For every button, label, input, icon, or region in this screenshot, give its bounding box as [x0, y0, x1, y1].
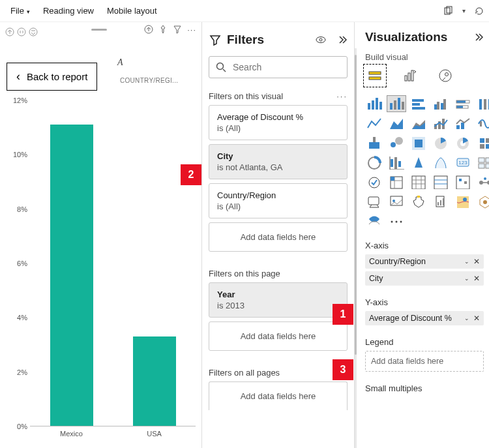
viz-type-donut[interactable] — [454, 135, 472, 151]
svg-rect-74 — [464, 181, 467, 184]
viz-title: Visualizations — [365, 30, 473, 44]
svg-rect-32 — [456, 100, 469, 103]
viz-type-slicer[interactable] — [365, 174, 383, 190]
viz-type-kpi[interactable] — [387, 155, 406, 170]
viz-type-azure-map[interactable] — [454, 194, 472, 209]
viz-type-r-visual[interactable] — [432, 174, 450, 190]
viz-type-decomposition[interactable] — [409, 194, 428, 209]
export-icon[interactable] — [144, 25, 153, 35]
viz-type-treemap[interactable] — [476, 135, 489, 151]
more-icon[interactable]: ··· — [187, 25, 196, 35]
viz-type-paginated[interactable] — [387, 194, 406, 209]
reading-view-menu[interactable]: Reading view — [37, 3, 100, 18]
viz-type-line-stacked[interactable] — [454, 115, 472, 131]
svg-point-77 — [484, 177, 486, 180]
collapse-right-icon[interactable] — [337, 35, 348, 45]
expand-icon[interactable] — [29, 27, 38, 37]
add-fields-drop[interactable]: Add data fields here — [209, 222, 348, 252]
svg-rect-64 — [486, 158, 489, 162]
viz-type-line[interactable] — [365, 115, 383, 131]
viz-type-scatter[interactable] — [387, 135, 406, 151]
viz-type-funnel[interactable] — [365, 135, 383, 151]
remove-field-icon[interactable]: ✕ — [473, 257, 480, 266]
viz-type-stacked-bar[interactable] — [365, 96, 383, 112]
viz-type-smart-narrative[interactable] — [432, 194, 450, 209]
bar[interactable] — [133, 336, 176, 426]
viz-type-filled-map[interactable] — [409, 135, 428, 151]
analytics-tab[interactable] — [436, 66, 455, 85]
viz-type-py-visual[interactable] — [454, 174, 472, 190]
viz-type-line-clustered[interactable] — [432, 115, 450, 131]
chevron-down-icon[interactable]: ⌄ — [464, 315, 469, 321]
viz-type-arcgis[interactable] — [409, 155, 428, 170]
remove-field-icon[interactable]: ✕ — [473, 314, 480, 323]
copy-icon[interactable] — [442, 5, 454, 17]
viz-type-power-automate[interactable] — [365, 213, 383, 229]
legend-drop[interactable]: Add data fields here — [365, 351, 484, 372]
drill-down-icon[interactable] — [17, 27, 26, 37]
svg-rect-27 — [434, 104, 437, 110]
viz-type-area[interactable] — [387, 115, 406, 131]
viz-type-matrix[interactable] — [387, 174, 406, 190]
svg-rect-43 — [480, 121, 482, 127]
viz-type-card[interactable]: 123 — [454, 155, 472, 170]
drill-up-icon[interactable] — [5, 27, 14, 37]
pin-icon[interactable] — [158, 25, 168, 35]
filter-icon[interactable] — [173, 25, 182, 35]
add-fields-drop[interactable]: Add data fields here — [209, 321, 348, 351]
viz-type-stacked-area[interactable] — [409, 115, 428, 131]
viz-type-waterfall[interactable] — [476, 115, 489, 131]
search-box[interactable] — [209, 56, 348, 78]
search-input[interactable] — [233, 62, 347, 72]
svg-rect-84 — [440, 200, 441, 205]
viz-type-clustered-column[interactable] — [387, 96, 406, 112]
filter-card[interactable]: City is not Atlanta, GA — [209, 144, 348, 179]
build-visual-tab[interactable] — [365, 66, 385, 85]
more-icon[interactable]: ··· — [336, 91, 348, 101]
viz-type-gauge[interactable] — [365, 155, 383, 170]
viz-type-ribbon[interactable] — [476, 96, 489, 112]
format-visual-tab[interactable] — [400, 66, 420, 85]
svg-rect-81 — [417, 196, 420, 198]
mobile-layout-menu[interactable]: Mobile layout — [100, 3, 164, 18]
file-menu[interactable]: File▾ — [4, 3, 37, 18]
visibility-icon[interactable] — [315, 34, 327, 46]
svg-rect-25 — [412, 103, 420, 106]
chart-plot[interactable]: MexicoUSA 0%2%4%6%8%10%12% — [0, 100, 196, 448]
remove-field-icon[interactable]: ✕ — [473, 274, 480, 283]
viz-type-pie[interactable] — [432, 135, 450, 151]
field-pill[interactable]: City ⌄ ✕ — [365, 271, 484, 286]
svg-point-90 — [396, 221, 398, 223]
filter-card[interactable]: Year is 2013 — [209, 282, 348, 318]
collapse-right-icon[interactable] — [473, 32, 484, 42]
field-pill[interactable]: Country/Region ⌄ ✕ — [365, 254, 484, 269]
viz-type-key-influencers[interactable] — [476, 174, 489, 190]
field-pill[interactable]: Average of Discount % ⌄ ✕ — [365, 311, 484, 325]
drag-handle-icon[interactable] — [91, 29, 107, 31]
svg-rect-63 — [479, 158, 484, 162]
bar[interactable] — [50, 125, 93, 426]
filter-card[interactable]: Average of Discount % is (All) — [209, 105, 348, 140]
viz-type-100-stacked-bar[interactable] — [454, 96, 472, 112]
add-fields-drop[interactable]: Add data fields here — [209, 381, 348, 410]
chevron-down-icon[interactable]: ▾ — [458, 5, 469, 17]
viz-type-table[interactable] — [409, 174, 428, 190]
filters-all-label: Filters on all pages — [209, 368, 280, 378]
viz-type-stacked-bar-h[interactable] — [409, 96, 428, 112]
svg-rect-49 — [415, 140, 422, 147]
svg-rect-61 — [457, 158, 469, 166]
refresh-icon[interactable] — [473, 5, 485, 17]
viz-type-qa[interactable] — [365, 194, 383, 209]
y-tick-label: 8% — [17, 205, 27, 213]
viz-type-clustered-bar[interactable] — [432, 96, 450, 112]
viz-type-power-apps[interactable] — [476, 194, 489, 209]
filter-card[interactable]: Country/Region is (All) — [209, 183, 348, 218]
viz-type-shape-map[interactable] — [432, 155, 450, 170]
viz-type-multi-card[interactable] — [476, 155, 489, 170]
chevron-down-icon[interactable]: ⌄ — [464, 275, 469, 282]
svg-rect-17 — [372, 100, 374, 110]
chevron-down-icon[interactable]: ⌄ — [464, 258, 469, 265]
scrollbar[interactable] — [355, 48, 357, 448]
back-to-report-button[interactable]: ‹ Back to report — [7, 63, 97, 91]
viz-type-more-visuals[interactable] — [387, 213, 406, 229]
